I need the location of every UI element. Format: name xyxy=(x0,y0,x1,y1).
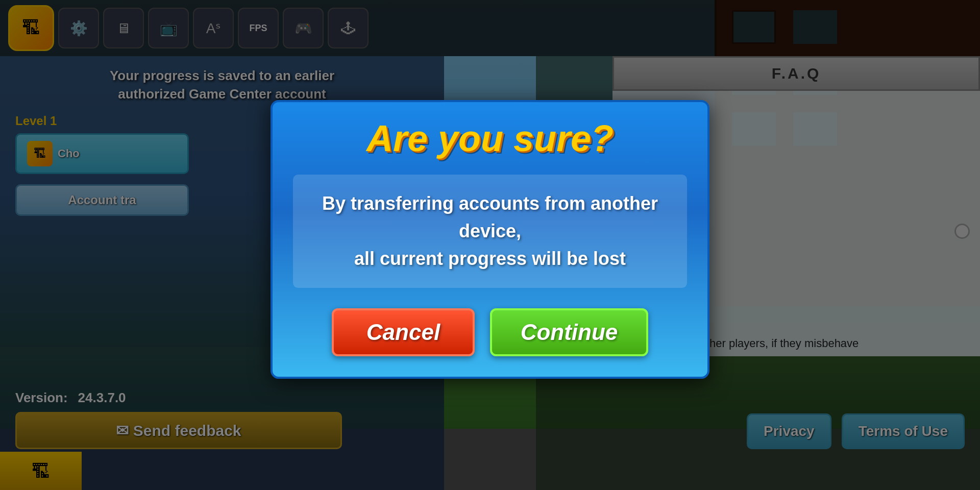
confirmation-dialog: Are you sure? By transferring accounts f… xyxy=(271,100,709,379)
cancel-button[interactable]: Cancel xyxy=(332,308,475,356)
dialog-title: Are you sure? xyxy=(293,117,687,159)
dialog-body: By transferring accounts from another de… xyxy=(293,175,687,288)
dialog-buttons: Cancel Continue xyxy=(293,308,687,356)
continue-button[interactable]: Continue xyxy=(490,308,648,356)
dialog-message: By transferring accounts from another de… xyxy=(303,190,677,273)
